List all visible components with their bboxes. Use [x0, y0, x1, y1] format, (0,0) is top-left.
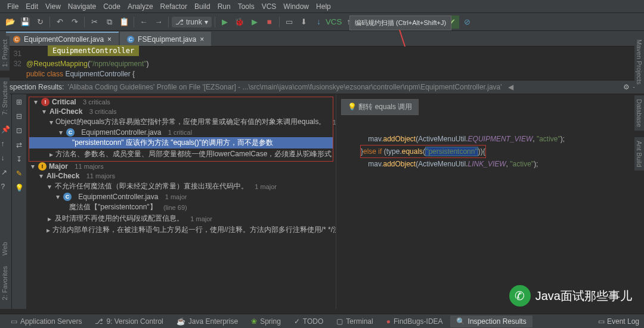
bulb-icon[interactable]: 💡: [14, 182, 24, 193]
main-toolbar: 📂 💾 ↻ ↶ ↷ ✂ ⧉ 📋 ← → ⎇ trunk▾ ▶ 🐞 ▶ ■ ▭ ⬇…: [0, 13, 644, 31]
watermark: ✆ Java面试那些事儿: [509, 285, 632, 307]
pin-icon[interactable]: 📌: [1, 125, 11, 135]
event-log[interactable]: ▭ Event Log: [598, 317, 639, 326]
prev-icon[interactable]: ↑: [1, 140, 11, 149]
paste-icon[interactable]: 📋: [117, 16, 131, 29]
branch-icon: ⎇: [175, 18, 184, 26]
coverage-icon[interactable]: ▶: [248, 16, 261, 29]
menu-view[interactable]: View: [42, 2, 64, 11]
expand-icon[interactable]: ⊞: [14, 97, 24, 107]
terminal-tab[interactable]: ▢ Terminal: [330, 315, 379, 327]
class-icon: C: [127, 36, 134, 43]
inspection-results-tab[interactable]: 🔍 Inspection Results: [450, 315, 532, 327]
menu-vcs[interactable]: VCS: [258, 2, 280, 11]
settings-icon[interactable]: ⚙: [623, 83, 630, 91]
copy-icon[interactable]: ⧉: [103, 16, 116, 29]
editor-tabs: C EquipmentController.java × C FSEquipme…: [0, 31, 644, 47]
vcs-branch[interactable]: ⎇ trunk▾: [172, 17, 212, 27]
vcs-commit-icon[interactable]: VCS: [327, 16, 340, 29]
critical-icon: !: [41, 98, 49, 106]
vcs-update-icon[interactable]: ↓: [312, 16, 326, 29]
editor[interactable]: EquipmentController 3132 @RequestMapping…: [0, 47, 644, 80]
app-servers-tab[interactable]: ▭ Application Servers: [5, 315, 88, 327]
breadcrumb-tooltip: EquipmentController: [48, 45, 139, 56]
forward-icon[interactable]: →: [152, 16, 165, 29]
todo-tab[interactable]: ✓ TODO: [288, 315, 329, 327]
spring-tab[interactable]: ❀ Spring: [245, 315, 287, 327]
autoscroll-icon[interactable]: ⇄: [14, 140, 24, 150]
export-icon[interactable]: ↧: [14, 154, 24, 165]
filter-icon[interactable]: ✎: [14, 168, 24, 179]
sync-icon[interactable]: ↻: [33, 16, 47, 29]
help-icon[interactable]: ?: [1, 182, 11, 192]
major-icon: !: [38, 162, 47, 171]
menubar: File Edit View Navigate Code Analyze Ref…: [0, 0, 644, 13]
findbugs-tab[interactable]: ● FindBugs-IDEA: [380, 315, 449, 327]
menu-analyze[interactable]: Analyze: [124, 2, 157, 11]
tab-equipment-controller[interactable]: C EquipmentController.java ×: [6, 32, 119, 46]
tab-fsequipment[interactable]: C FSEquipment.java ×: [120, 32, 211, 46]
wechat-icon: ✆: [509, 285, 531, 307]
menu-tools[interactable]: Tools: [234, 2, 258, 11]
selected-issue[interactable]: "persistentconn" 应该作为方法 "equals()"的调用方，而…: [29, 137, 333, 148]
results-title: Inspection Results:: [4, 83, 64, 91]
undo-icon[interactable]: ↶: [53, 16, 66, 29]
class-icon: C: [63, 193, 72, 201]
menu-navigate[interactable]: Navigate: [64, 2, 100, 11]
java-ee-tab[interactable]: ☕ Java Enterprise: [171, 315, 244, 327]
group-icon[interactable]: ⊡: [14, 125, 24, 136]
close-icon[interactable]: ×: [200, 35, 204, 44]
menu-edit[interactable]: Edit: [22, 2, 42, 11]
stop-icon[interactable]: ■: [263, 16, 276, 29]
database-tool[interactable]: Database: [634, 95, 644, 131]
back-icon[interactable]: ←: [137, 16, 150, 29]
class-icon: C: [13, 36, 20, 43]
quickfix-button[interactable]: 💡 翻转 equals 调用: [341, 99, 419, 115]
class-icon: C: [66, 128, 75, 137]
maven-projects-tool[interactable]: Maven Projects: [634, 36, 644, 88]
favorites-tool[interactable]: 2: Favorites: [0, 262, 10, 304]
menu-code[interactable]: Code: [100, 2, 124, 11]
inspection-results-body: ▶ ✖ 📌 ↑ ↓ ↗ ? ⊞ ⊟ ⊡ ⇄ ↧ ✎ 💡 ▾!Critical 3…: [0, 94, 644, 309]
close-icon[interactable]: ×: [107, 35, 112, 44]
preview-pane: 💡 翻转 equals 调用 mav.addObject(ActiveMenuU…: [336, 94, 644, 309]
web-tool[interactable]: Web: [0, 239, 10, 259]
export-icon[interactable]: ↗: [1, 168, 11, 178]
menu-window[interactable]: Window: [280, 2, 312, 11]
project-tool[interactable]: 1: Project: [0, 36, 10, 70]
open-icon[interactable]: 📂: [4, 16, 17, 29]
collapse-icon[interactable]: ⊟: [14, 111, 24, 122]
debug-icon[interactable]: 🐞: [233, 16, 246, 29]
version-control-tab[interactable]: ⎇ 9: Version Control: [89, 315, 169, 327]
inspection-tree[interactable]: ▾!Critical 3 criticals ▾Ali-Check 3 crit…: [26, 94, 336, 309]
scan-tooltip: 编码规约扫描 (Ctrl+Alt+Shift+J): [349, 16, 451, 30]
bottom-toolbar: ▭ Application Servers ⎇ 9: Version Contr…: [0, 314, 644, 328]
tree-toolbar: ⊞ ⊟ ⊡ ⇄ ↧ ✎ 💡: [12, 94, 26, 309]
menu-help[interactable]: Help: [312, 2, 335, 11]
menu-run[interactable]: Run: [214, 2, 234, 11]
menu-build[interactable]: Build: [191, 2, 214, 11]
ant-build-tool[interactable]: Ant Build: [634, 137, 644, 171]
cut-icon[interactable]: ✂: [88, 16, 101, 29]
redo-icon[interactable]: ↷: [68, 16, 81, 29]
save-icon[interactable]: 💾: [18, 16, 32, 29]
sdk-icon[interactable]: ⬇: [298, 16, 311, 29]
menu-refactor[interactable]: Refactor: [157, 2, 191, 11]
alibaba-toggle-icon[interactable]: ⊘: [461, 16, 474, 29]
avd-icon[interactable]: ▭: [283, 16, 296, 29]
run-icon[interactable]: ▶: [218, 16, 231, 29]
prev-icon[interactable]: ◀: [508, 83, 513, 91]
next-icon[interactable]: ↓: [1, 154, 11, 163]
inspection-results-header: Inspection Results: 'Alibaba Coding Guid…: [0, 80, 644, 94]
menu-file[interactable]: File: [4, 2, 22, 11]
structure-tool[interactable]: 7: Structure: [0, 78, 10, 119]
results-path: 'Alibaba Coding Guidelines' Profile on F…: [67, 83, 501, 91]
